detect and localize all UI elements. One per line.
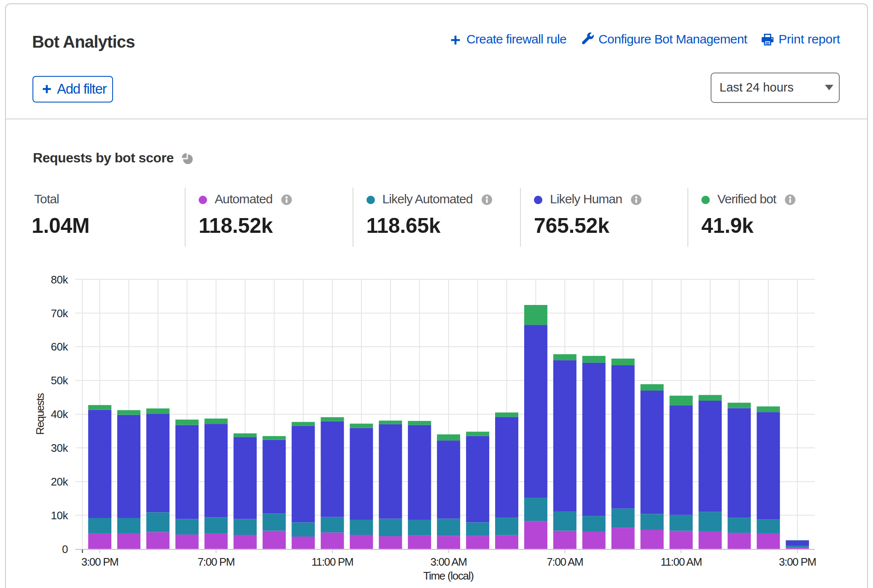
svg-text:60k: 60k [51,340,69,353]
svg-text:80k: 80k [51,273,69,286]
svg-text:3:00 PM: 3:00 PM [81,556,119,568]
svg-text:50k: 50k [51,374,69,387]
svg-text:3:00 AM: 3:00 AM [430,556,466,568]
svg-text:Requests: Requests [34,393,46,435]
svg-text:20k: 20k [51,475,69,488]
svg-text:10k: 10k [51,509,69,522]
svg-text:40k: 40k [51,408,69,421]
svg-text:11:00 AM: 11:00 AM [660,556,702,568]
svg-text:7:00 PM: 7:00 PM [197,556,234,568]
svg-text:Time (local): Time (local) [423,569,474,582]
svg-text:0: 0 [62,543,68,556]
svg-text:30k: 30k [51,442,69,454]
svg-text:7:00 AM: 7:00 AM [547,556,583,568]
svg-text:11:00 PM: 11:00 PM [312,556,353,568]
svg-text:70k: 70k [51,307,69,320]
svg-text:3:00 PM: 3:00 PM [779,556,816,568]
